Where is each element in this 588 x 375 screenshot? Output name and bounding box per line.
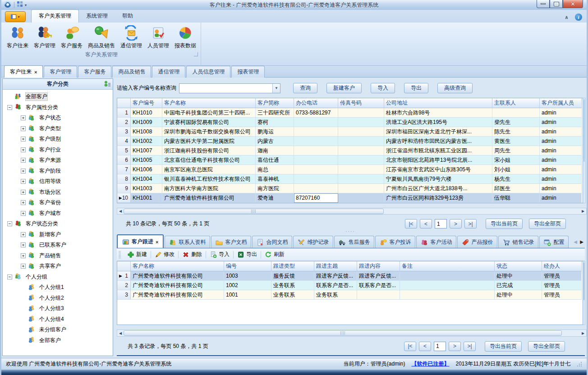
horizontal-scrollbar[interactable]: ◀ ▶: [117, 208, 587, 215]
person-list-icon[interactable]: [103, 80, 111, 89]
close-tab-icon[interactable]: ×: [156, 239, 158, 245]
tree-item[interactable]: +客户状态: [3, 113, 113, 123]
table-row[interactable]: 2KH1009宁波赛柯国际贸易有限公司赛柯洪塘工业A区洪大路195号柴先生adm…: [117, 118, 583, 127]
table-row[interactable]: 5KH1007浙江迦南科技股份有限公司迦南浙江省温州市瓯北镇东瓯工业区园...周…: [117, 146, 583, 155]
tree-item[interactable]: +信用等级: [3, 176, 113, 187]
document-tab[interactable]: 客户管理: [44, 66, 77, 78]
horizontal-scrollbar[interactable]: ◀ ▶: [117, 329, 587, 337]
document-tab[interactable]: 商品及销售: [112, 66, 151, 78]
table-row[interactable]: 3KH1008深圳市鹏海运电子数据交换有限公司鹏海运深圳市福田区深南大道北竹子林…: [117, 127, 583, 137]
tree-expander-icon[interactable]: +: [21, 264, 26, 269]
ribbon-tab-crm[interactable]: 客户关系管理: [31, 9, 79, 23]
column-header[interactable]: 主联系人: [492, 98, 540, 108]
tree-expander-icon[interactable]: −: [7, 274, 12, 279]
tree-expander-icon[interactable]: +: [21, 200, 26, 205]
close-button[interactable]: ✕: [563, 0, 583, 8]
tree-item[interactable]: 全部客户: [3, 91, 113, 102]
info-icon[interactable]: i: [575, 14, 582, 21]
ribbon-button[interactable]: 人员管理: [145, 23, 172, 51]
detail-tab[interactable]: 联系人资料: [165, 236, 210, 248]
minimize-button[interactable]: [537, 0, 550, 8]
tree-expander-icon[interactable]: +: [21, 115, 26, 120]
tree-item[interactable]: +客户级别: [3, 134, 113, 145]
toolbar-button[interactable]: 修改: [151, 251, 178, 258]
query-button[interactable]: 查询: [293, 83, 317, 93]
vertical-scrollbar[interactable]: [583, 261, 585, 325]
column-header[interactable]: 状态: [495, 261, 542, 271]
last-page-button[interactable]: >|: [464, 219, 477, 229]
page-number-input[interactable]: [434, 342, 446, 351]
export-all-pages-button[interactable]: 导出全部页: [528, 341, 565, 352]
ribbon-tab-system[interactable]: 系统管理: [79, 10, 115, 23]
prev-page-button[interactable]: <: [420, 219, 432, 229]
detail-tab[interactable]: 客户文档: [211, 236, 251, 248]
collapse-ribbon-icon[interactable]: ∧: [565, 14, 569, 20]
scroll-left-icon[interactable]: ◀: [117, 209, 124, 213]
toolbar-button[interactable]: 导入: [206, 251, 233, 258]
tree-item[interactable]: 个人分组2: [3, 293, 113, 304]
import-button[interactable]: 导入: [371, 83, 395, 93]
document-tab[interactable]: 通信管理: [152, 66, 185, 78]
tree-item[interactable]: +客户行业: [3, 145, 113, 155]
scrollbar-thumb[interactable]: [583, 99, 585, 162]
first-page-button[interactable]: |<: [405, 219, 417, 229]
column-header[interactable]: 经办人: [542, 261, 582, 271]
tree-expander-icon[interactable]: +: [21, 232, 26, 237]
resize-grip-icon[interactable]: [577, 361, 582, 367]
export-current-page-button[interactable]: 导出当前页: [486, 219, 523, 229]
tree-item[interactable]: 个人分组1: [3, 282, 113, 293]
customer-search-combobox[interactable]: ▼: [179, 83, 280, 93]
tree-item[interactable]: +产品销售: [3, 251, 113, 261]
tree-item[interactable]: +新增客户: [3, 229, 113, 240]
detail-tab[interactable]: 客户跟进×: [117, 234, 164, 248]
document-tab[interactable]: 报表管理: [231, 66, 265, 78]
ribbon-tab-help[interactable]: 帮助: [115, 10, 140, 23]
tree-item[interactable]: +已联系客户: [3, 240, 113, 251]
export-current-page-button[interactable]: 导出当前页: [485, 341, 522, 352]
table-row[interactable]: ▶10KH1001广州爱奇迪软件科技有限公司爱奇迪87207160广州市白云区同…: [117, 193, 583, 203]
export-all-pages-button[interactable]: 导出全部页: [529, 219, 566, 229]
tree-item[interactable]: +客户城市: [3, 208, 113, 219]
scrollbar-thumb[interactable]: [124, 209, 384, 214]
tree-expander-icon[interactable]: +: [21, 126, 26, 131]
tree-expander-icon[interactable]: +: [21, 137, 26, 142]
toolbar-button[interactable]: 新建: [124, 251, 151, 258]
table-row[interactable]: 3广州爱奇迪软件科技有限公司1001业务联系业务联系处理中管理员: [117, 290, 583, 300]
scrollbar-thumb[interactable]: [124, 330, 562, 336]
ribbon-button[interactable]: 商品及销售: [85, 23, 118, 51]
tree-expander-icon[interactable]: −: [7, 105, 12, 110]
column-header[interactable]: 公司地址: [384, 98, 492, 108]
tree-item[interactable]: +共享客户: [3, 261, 113, 272]
search-input[interactable]: [179, 84, 272, 93]
export-button[interactable]: 导出: [404, 83, 428, 93]
table-row[interactable]: 1KH1010中国电子科技集团公司第三十四研...三十四研究所0733-5881…: [117, 108, 583, 118]
tree-expander-icon[interactable]: +: [21, 253, 26, 258]
detail-tab[interactable]: 维护记录: [293, 236, 333, 248]
detail-tab[interactable]: 售后服务: [334, 236, 374, 248]
dialog-launcher-icon[interactable]: [194, 52, 198, 56]
tree-item[interactable]: +客户阶段: [3, 166, 113, 177]
new-customer-button[interactable]: 新建客户: [326, 83, 362, 93]
prev-page-button[interactable]: <: [419, 342, 431, 351]
tree-item[interactable]: +客户来源: [3, 155, 113, 166]
application-menu-button[interactable]: ▾: [5, 11, 26, 22]
page-number-input[interactable]: [435, 219, 447, 229]
toolbar-button[interactable]: 导出: [234, 251, 261, 258]
tree-expander-icon[interactable]: +: [21, 158, 26, 163]
detail-tab[interactable]: 销售记录: [498, 236, 538, 248]
toolbar-button[interactable]: 刷新: [261, 251, 288, 258]
document-tab[interactable]: 客户往来×: [4, 65, 43, 78]
ribbon-button[interactable]: 客户管理: [31, 23, 58, 51]
tree-item[interactable]: 个人分组3: [3, 303, 113, 314]
tree-item[interactable]: −个人分组: [3, 272, 113, 283]
tree-item[interactable]: 个人分组4: [3, 314, 113, 325]
detail-tab[interactable]: 配置: [539, 236, 569, 248]
tree-expander-icon[interactable]: +: [21, 211, 26, 216]
ribbon-button[interactable]: 报表数据: [172, 23, 199, 51]
ribbon-button[interactable]: 通信管理: [118, 23, 145, 51]
table-row[interactable]: ▶1广州爱奇迪软件科技有限公司1003服务反馈跟进客户反馈...跟进客户反馈..…: [117, 271, 583, 281]
tree-expander-icon[interactable]: +: [21, 242, 26, 247]
last-page-button[interactable]: >|: [464, 342, 476, 351]
scroll-right-icon[interactable]: ▶: [580, 331, 586, 335]
tree-expander-icon[interactable]: +: [21, 190, 26, 195]
